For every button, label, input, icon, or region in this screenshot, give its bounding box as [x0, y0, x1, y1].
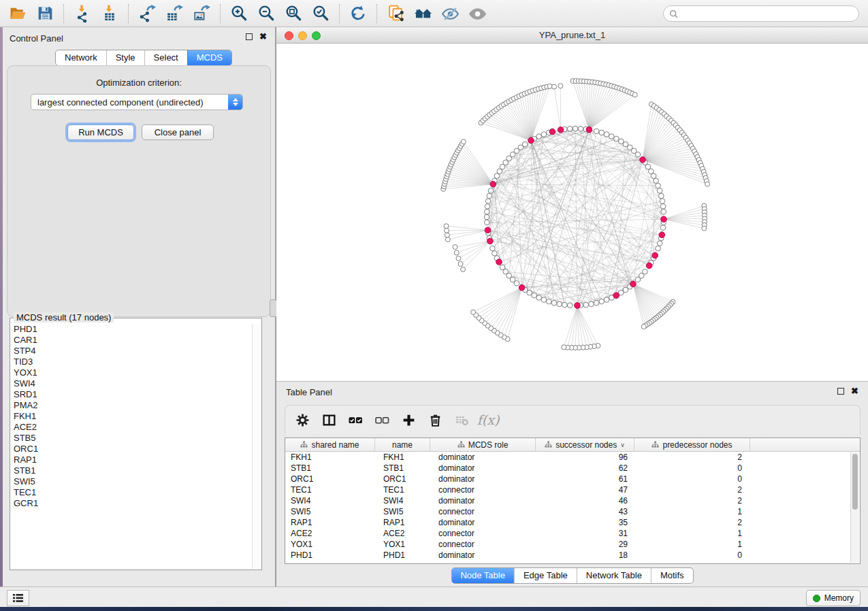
- hide-graphics-details-button[interactable]: [436, 2, 464, 25]
- graph-node[interactable]: [641, 325, 646, 329]
- graph-node[interactable]: [558, 84, 563, 88]
- graph-node-mcds[interactable]: [659, 232, 665, 238]
- tab-network[interactable]: Network: [56, 50, 106, 65]
- graph-node[interactable]: [557, 301, 562, 307]
- add-row-button[interactable]: [401, 412, 416, 427]
- graph-node-mcds[interactable]: [519, 284, 525, 291]
- graph-node[interactable]: [461, 267, 466, 271]
- export-image-button[interactable]: [188, 2, 215, 25]
- search-box[interactable]: [663, 5, 859, 22]
- table-row[interactable]: SWI4SWI4dominator462: [285, 495, 860, 506]
- graph-node[interactable]: [594, 300, 599, 306]
- close-table-panel-icon[interactable]: ✖: [851, 388, 858, 395]
- graph-node[interactable]: [562, 345, 566, 350]
- graph-node[interactable]: [484, 209, 489, 214]
- table-scrollbar[interactable]: [850, 452, 859, 563]
- table-row[interactable]: TEC1TEC1connector472: [285, 484, 860, 495]
- refresh-layout-button[interactable]: [344, 2, 372, 25]
- dropdown-stepper-icon[interactable]: [228, 95, 242, 110]
- graph-node-mcds[interactable]: [528, 137, 534, 144]
- export-table-button[interactable]: [161, 2, 188, 25]
- table-row[interactable]: FKH1FKH1dominator962: [285, 452, 860, 463]
- home-button[interactable]: [409, 2, 436, 25]
- graph-node[interactable]: [604, 132, 609, 137]
- mcds-result-item[interactable]: FKH1: [14, 411, 253, 422]
- save-session-button[interactable]: [31, 2, 59, 25]
- mcds-result-item[interactable]: TEC1: [14, 487, 253, 498]
- graph-node[interactable]: [445, 228, 449, 233]
- graph-node[interactable]: [702, 226, 707, 231]
- graph-node[interactable]: [578, 126, 583, 131]
- graph-node[interactable]: [583, 302, 589, 308]
- import-public-network-button[interactable]: [382, 2, 409, 25]
- graph-node[interactable]: [453, 245, 457, 250]
- tab-mcds[interactable]: MCDS: [187, 50, 231, 65]
- graph-node[interactable]: [660, 204, 666, 210]
- float-panel-icon[interactable]: [246, 33, 253, 40]
- node-table[interactable]: shared namenameMCDS rolesuccessor nodes∨…: [285, 437, 861, 564]
- network-graph[interactable]: [276, 44, 868, 381]
- mcds-result-item[interactable]: STB5: [14, 433, 253, 444]
- column-header-shared-name[interactable]: shared name: [285, 438, 375, 452]
- search-input[interactable]: [678, 7, 858, 20]
- table-row[interactable]: ACE2ACE2connector311: [285, 528, 860, 539]
- graph-node[interactable]: [609, 134, 615, 139]
- zoom-out-button[interactable]: [253, 2, 280, 25]
- zoom-in-button[interactable]: [225, 2, 253, 25]
- settings-button[interactable]: [295, 412, 310, 427]
- tab-edge-table[interactable]: Edge Table: [514, 568, 577, 583]
- graph-node[interactable]: [484, 214, 489, 220]
- graph-node[interactable]: [573, 126, 578, 131]
- graph-node[interactable]: [454, 250, 459, 255]
- graph-node[interactable]: [487, 193, 492, 199]
- show-panels-button[interactable]: [7, 590, 29, 606]
- optimization-criterion-select[interactable]: largest connected component (undirected): [31, 94, 243, 110]
- column-header-successor-nodes[interactable]: successor nodes∨: [536, 438, 634, 452]
- graph-node[interactable]: [705, 182, 710, 186]
- graph-node[interactable]: [594, 129, 599, 134]
- mcds-result-scrollbar[interactable]: [252, 324, 261, 569]
- graph-node[interactable]: [536, 295, 542, 301]
- mcds-result-item[interactable]: GCR1: [14, 498, 253, 509]
- graph-node[interactable]: [488, 188, 494, 194]
- graph-node[interactable]: [500, 265, 505, 270]
- mcds-result-item[interactable]: YOX1: [14, 367, 253, 378]
- delete-row-button[interactable]: [428, 412, 443, 427]
- graph-node[interactable]: [541, 132, 547, 137]
- graph-node-mcds[interactable]: [549, 129, 556, 135]
- graph-node[interactable]: [485, 204, 490, 210]
- graph-node[interactable]: [654, 178, 659, 184]
- graph-node[interactable]: [551, 300, 557, 306]
- graph-node[interactable]: [458, 261, 463, 266]
- tab-style[interactable]: Style: [106, 50, 144, 65]
- mcds-result-item[interactable]: SWI4: [14, 378, 253, 389]
- graph-node[interactable]: [532, 293, 537, 298]
- graph-node[interactable]: [661, 209, 666, 214]
- graph-node-mcds[interactable]: [646, 263, 652, 269]
- graph-node[interactable]: [490, 246, 496, 251]
- table-row[interactable]: SWI5SWI5connector431: [285, 506, 860, 517]
- mcds-result-item[interactable]: SWI5: [14, 476, 253, 487]
- mcds-result-item[interactable]: TID3: [14, 357, 253, 367]
- graph-node-mcds[interactable]: [640, 156, 646, 163]
- mcds-result-item[interactable]: CAR1: [14, 335, 253, 346]
- mcds-result-item[interactable]: ORC1: [14, 444, 253, 455]
- mcds-result-list[interactable]: PHD1CAR1STP4TID3YOX1SWI4SRD1PMA2FKH1ACE2…: [11, 324, 253, 569]
- zoom-selected-button[interactable]: [307, 2, 334, 25]
- columns-button[interactable]: [321, 412, 336, 427]
- graph-node[interactable]: [599, 299, 605, 304]
- graph-node[interactable]: [547, 299, 552, 304]
- table-scrollbar-thumb[interactable]: [852, 454, 858, 510]
- network-window-titlebar[interactable]: YPA_prune.txt_1: [276, 27, 868, 44]
- float-table-panel-icon[interactable]: [837, 388, 844, 395]
- tab-select[interactable]: Select: [144, 50, 187, 65]
- graph-node[interactable]: [657, 188, 662, 194]
- graph-node[interactable]: [599, 130, 605, 135]
- select-all-button[interactable]: [348, 412, 363, 427]
- graph-node[interactable]: [492, 251, 498, 257]
- graph-node[interactable]: [547, 84, 552, 88]
- mcds-result-item[interactable]: PMA2: [14, 400, 253, 411]
- import-table-button[interactable]: [96, 2, 123, 25]
- graph-node[interactable]: [635, 152, 641, 157]
- graph-node[interactable]: [536, 134, 542, 139]
